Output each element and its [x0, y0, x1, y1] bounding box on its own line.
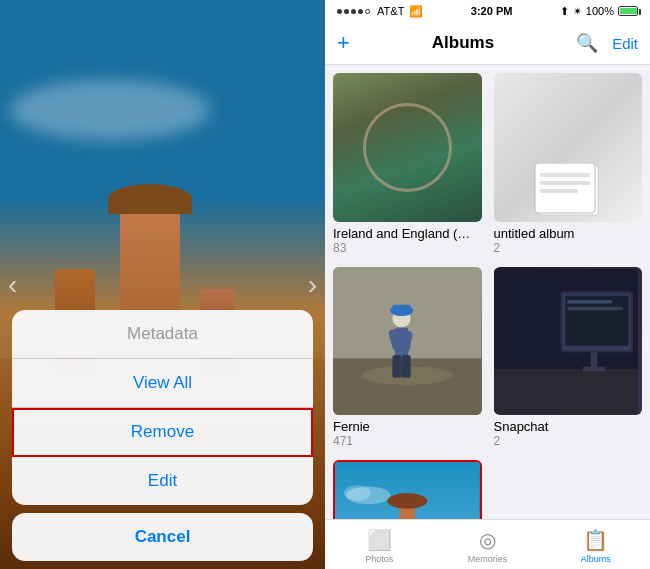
battery-percent: 100% — [586, 5, 614, 17]
album-thumb-snapchat — [494, 267, 643, 416]
svg-rect-15 — [392, 354, 401, 377]
thumb-fernie-bg — [333, 267, 482, 416]
albums-grid: Ireland and England (… 83 — [333, 73, 642, 519]
signal-dot-4 — [358, 9, 363, 14]
nav-bar: + Albums 🔍 Edit — [325, 22, 650, 65]
svg-rect-24 — [567, 306, 623, 309]
memories-tab-label: Memories — [468, 554, 508, 564]
nav-actions: 🔍 Edit — [576, 32, 638, 54]
album-name-ireland: Ireland and England (… — [333, 226, 482, 241]
view-all-menu-item[interactable]: View All — [12, 359, 313, 408]
add-button[interactable]: + — [337, 30, 350, 56]
menu-main-group: Metadata View All Remove Edit — [12, 310, 313, 505]
context-menu: Metadata View All Remove Edit Cancel — [0, 310, 325, 569]
album-untitled[interactable]: untitled album 2 — [494, 73, 643, 255]
signal-dot-3 — [351, 9, 356, 14]
edit-menu-item[interactable]: Edit — [12, 457, 313, 505]
album-ireland[interactable]: Ireland and England (… 83 — [333, 73, 482, 255]
tab-photos[interactable]: ⬜ Photos — [325, 528, 433, 564]
album-thumb-investigator — [333, 460, 482, 519]
carrier-name: AT&T — [377, 5, 404, 17]
status-bar: AT&T 📶 3:20 PM ⬆ ✴ 100% — [325, 0, 650, 22]
thumb-ireland-bg — [333, 73, 482, 222]
document-lines-icon — [533, 163, 603, 218]
albums-scroll: Ireland and England (… 83 — [325, 65, 650, 519]
status-right: ⬆ ✴ 100% — [560, 5, 638, 18]
snapchat-scene — [494, 267, 639, 416]
svg-rect-7 — [540, 189, 578, 193]
photos-tab-icon: ⬜ — [367, 528, 392, 552]
investigator-scene — [335, 462, 480, 519]
svg-rect-27 — [582, 366, 604, 370]
album-thumb-fernie — [333, 267, 482, 416]
album-count-snapchat: 2 — [494, 434, 643, 448]
svg-rect-18 — [392, 304, 410, 313]
albums-tab-label: Albums — [581, 554, 611, 564]
tab-albums[interactable]: 📋 Albums — [542, 528, 650, 564]
albums-tab-icon: 📋 — [583, 528, 608, 552]
tab-bar: ⬜ Photos ◎ Memories 📋 Albums — [325, 519, 650, 569]
svg-point-31 — [344, 485, 371, 501]
thumb-snapchat-bg — [494, 267, 643, 416]
svg-rect-6 — [540, 181, 590, 185]
clouds — [10, 80, 210, 140]
signal-dot-1 — [337, 9, 342, 14]
memories-tab-icon: ◎ — [479, 528, 496, 552]
svg-rect-5 — [540, 173, 590, 177]
search-button[interactable]: 🔍 — [576, 32, 598, 54]
fernie-scene — [333, 267, 482, 416]
photos-tab-label: Photos — [365, 554, 393, 564]
battery-icon — [618, 6, 638, 16]
bluetooth-icon: ✴ — [573, 5, 582, 18]
svg-point-33 — [387, 493, 427, 509]
album-snapchat[interactable]: Snapchat 2 — [494, 267, 643, 449]
status-carrier: AT&T 📶 — [337, 5, 423, 18]
status-time: 3:20 PM — [471, 5, 513, 17]
rock-cap — [108, 184, 192, 214]
cancel-menu-item[interactable]: Cancel — [12, 513, 313, 561]
album-investigator[interactable]: Investigator 3 — [333, 460, 482, 519]
album-thumb-ireland — [333, 73, 482, 222]
signal-dot-5 — [365, 9, 370, 14]
page-title: Albums — [432, 33, 494, 53]
battery-fill — [620, 8, 637, 14]
svg-rect-23 — [567, 300, 611, 303]
album-thumb-untitled — [494, 73, 643, 222]
album-name-snapchat: Snapchat — [494, 419, 643, 434]
next-arrow[interactable]: › — [308, 269, 317, 301]
stone-circle — [363, 103, 452, 192]
svg-rect-4 — [535, 163, 595, 213]
edit-button[interactable]: Edit — [612, 35, 638, 52]
photo-viewer: ‹ › Metadata View All Remove Edit Cancel — [0, 0, 325, 569]
thumb-untitled-bg — [494, 73, 643, 222]
albums-panel: AT&T 📶 3:20 PM ⬆ ✴ 100% + Albums 🔍 Edit — [325, 0, 650, 569]
svg-rect-16 — [402, 354, 411, 377]
signal-dot-2 — [344, 9, 349, 14]
tab-memories[interactable]: ◎ Memories — [433, 528, 541, 564]
metadata-menu-item[interactable]: Metadata — [12, 310, 313, 359]
remove-menu-item[interactable]: Remove — [12, 408, 313, 457]
album-count-ireland: 83 — [333, 241, 482, 255]
location-icon: ⬆ — [560, 5, 569, 18]
album-name-untitled: untitled album — [494, 226, 643, 241]
prev-arrow[interactable]: ‹ — [8, 269, 17, 301]
album-fernie[interactable]: Fernie 471 — [333, 267, 482, 449]
album-name-fernie: Fernie — [333, 419, 482, 434]
svg-rect-26 — [590, 352, 597, 369]
album-count-fernie: 471 — [333, 434, 482, 448]
album-count-untitled: 2 — [494, 241, 643, 255]
svg-rect-25 — [494, 369, 639, 413]
thumb-investigator-bg — [335, 462, 480, 519]
